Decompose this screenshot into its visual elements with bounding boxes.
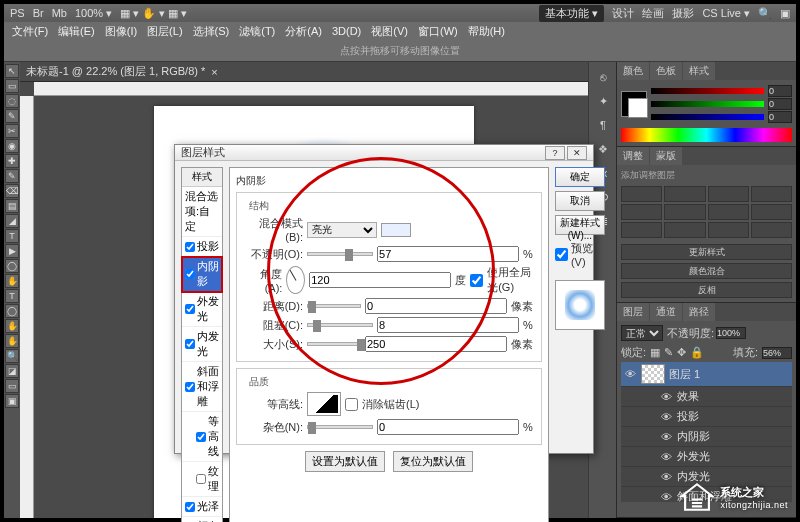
b-slider[interactable] xyxy=(651,114,764,120)
choke-slider[interactable] xyxy=(307,323,373,327)
br-button[interactable]: Br xyxy=(33,7,44,19)
adjust-cell[interactable] xyxy=(751,186,792,202)
visibility-icon[interactable]: 👁 xyxy=(661,391,673,403)
global-light-checkbox[interactable] xyxy=(470,274,483,287)
distance-input[interactable] xyxy=(365,298,507,314)
style-item[interactable]: 投影 xyxy=(182,237,222,257)
opacity-input[interactable] xyxy=(716,327,746,339)
btn-color-mix[interactable]: 颜色混合 xyxy=(621,263,792,279)
tool-eraser[interactable]: ◢ xyxy=(5,214,19,228)
btn-invert[interactable]: 反相 xyxy=(621,282,792,298)
tool-eyedropper[interactable]: ◉ xyxy=(5,139,19,153)
menu-file[interactable]: 文件(F) xyxy=(8,22,52,41)
g-slider[interactable] xyxy=(651,101,764,107)
opacity-input[interactable] xyxy=(377,246,519,262)
dialog-titlebar[interactable]: 图层样式 ? ✕ xyxy=(175,145,593,161)
style-item[interactable]: 颜色叠加 xyxy=(182,517,222,522)
tab-adjust[interactable]: 调整 xyxy=(617,147,649,165)
preview-checkbox[interactable] xyxy=(555,248,568,261)
style-checkbox[interactable] xyxy=(196,432,206,442)
adjust-cell[interactable] xyxy=(621,186,662,202)
tool-wand[interactable]: ✎ xyxy=(5,109,19,123)
fill-input[interactable] xyxy=(762,347,792,359)
adjust-cell[interactable] xyxy=(621,222,662,238)
tool-pen[interactable]: ✋ xyxy=(5,274,19,288)
size-input[interactable] xyxy=(365,336,507,352)
adjust-cell[interactable] xyxy=(751,204,792,220)
antialias-checkbox[interactable] xyxy=(345,398,358,411)
make-default-button[interactable]: 设置为默认值 xyxy=(305,451,385,472)
menu-layer[interactable]: 图层(L) xyxy=(143,22,186,41)
layer-effect-row[interactable]: 👁投影 xyxy=(621,407,792,427)
tool-fgbg[interactable]: ◪ xyxy=(5,364,19,378)
tool-text[interactable]: T xyxy=(5,289,19,303)
visibility-icon[interactable]: 👁 xyxy=(661,491,673,503)
layer-thumbnail[interactable] xyxy=(641,364,665,384)
zoom-level[interactable]: 100% ▾ xyxy=(75,7,112,20)
angle-dial[interactable] xyxy=(286,266,305,294)
tool-screenmode[interactable]: ▣ xyxy=(5,394,19,408)
angle-input[interactable] xyxy=(309,272,451,288)
style-item[interactable]: 等高线 xyxy=(182,412,222,462)
menu-edit[interactable]: 编辑(E) xyxy=(54,22,99,41)
visibility-icon[interactable]: 👁 xyxy=(661,451,673,463)
workspace-design[interactable]: 设计 xyxy=(612,6,634,21)
tool-stamp[interactable]: ⌫ xyxy=(5,184,19,198)
tool-lasso[interactable]: ◌ xyxy=(5,94,19,108)
adjust-cell[interactable] xyxy=(664,186,705,202)
workspace-painting[interactable]: 绘画 xyxy=(642,6,664,21)
menu-3d[interactable]: 3D(D) xyxy=(328,23,365,39)
layer-row[interactable]: 👁图层 1 xyxy=(621,362,792,387)
tool-path[interactable]: ◯ xyxy=(5,304,19,318)
cslive-menu[interactable]: CS Live ▾ xyxy=(702,7,750,20)
tab-swatches[interactable]: 色板 xyxy=(650,62,682,80)
style-item[interactable]: 混合选项:自定 xyxy=(182,187,222,237)
view-tools[interactable]: ▦ ▾ ✋ ▾ ▦ ▾ xyxy=(120,7,187,20)
brushes-icon[interactable]: ❖ xyxy=(591,138,615,160)
style-checkbox[interactable] xyxy=(185,502,195,512)
tool-shape[interactable]: ✋ xyxy=(5,319,19,333)
noise-input[interactable] xyxy=(377,419,519,435)
adjust-cell[interactable] xyxy=(708,222,749,238)
b-input[interactable] xyxy=(768,111,792,123)
spectrum-bar[interactable] xyxy=(621,128,792,142)
dialog-close-icon[interactable]: ✕ xyxy=(567,146,587,160)
menu-help[interactable]: 帮助(H) xyxy=(464,22,509,41)
tool-marquee[interactable]: ▭ xyxy=(5,79,19,93)
tab-color[interactable]: 颜色 xyxy=(617,62,649,80)
shadow-color-swatch[interactable] xyxy=(381,223,411,237)
search-icon[interactable]: 🔍 xyxy=(758,7,772,20)
g-input[interactable] xyxy=(768,98,792,110)
menu-filter[interactable]: 滤镜(T) xyxy=(235,22,279,41)
workspace-essentials[interactable]: 基本功能 ▾ xyxy=(539,5,604,22)
adjust-cell[interactable] xyxy=(751,222,792,238)
tab-paths[interactable]: 路径 xyxy=(683,303,715,321)
style-checkbox[interactable] xyxy=(185,269,195,279)
lock-icon[interactable]: ▦ xyxy=(650,346,660,359)
layer-effect-row[interactable]: 👁效果 xyxy=(621,387,792,407)
document-tab[interactable]: 未标题-1 @ 22.2% (图层 1, RGB/8) * × xyxy=(20,62,588,82)
choke-input[interactable] xyxy=(377,317,519,333)
tool-quickmask[interactable]: ▭ xyxy=(5,379,19,393)
tool-dodge[interactable]: ◯ xyxy=(5,259,19,273)
tool-crop[interactable]: ✂ xyxy=(5,124,19,138)
tab-channels[interactable]: 通道 xyxy=(650,303,682,321)
tool-history-brush[interactable]: ▤ xyxy=(5,199,19,213)
style-checkbox[interactable] xyxy=(185,242,195,252)
actions-icon[interactable]: ✦ xyxy=(591,90,615,112)
layer-effect-row[interactable]: 👁外发光 xyxy=(621,447,792,467)
lock-icon[interactable]: ✥ xyxy=(677,346,686,359)
distance-slider[interactable] xyxy=(307,304,361,308)
blend-mode-select[interactable]: 正常 xyxy=(621,325,663,341)
tool-gradient[interactable]: T xyxy=(5,229,19,243)
layer-effect-row[interactable]: 👁内阴影 xyxy=(621,427,792,447)
fg-bg-color[interactable] xyxy=(621,91,647,117)
style-item[interactable]: 外发光 xyxy=(182,292,222,327)
visibility-icon[interactable]: 👁 xyxy=(661,411,673,423)
lock-icon[interactable]: ✎ xyxy=(664,346,673,359)
btn-update-style[interactable]: 更新样式 xyxy=(621,244,792,260)
close-icon[interactable]: × xyxy=(211,66,217,78)
style-item[interactable]: 纹理 xyxy=(182,462,222,497)
tab-mask[interactable]: 蒙版 xyxy=(650,147,682,165)
mb-button[interactable]: Mb xyxy=(52,7,67,19)
